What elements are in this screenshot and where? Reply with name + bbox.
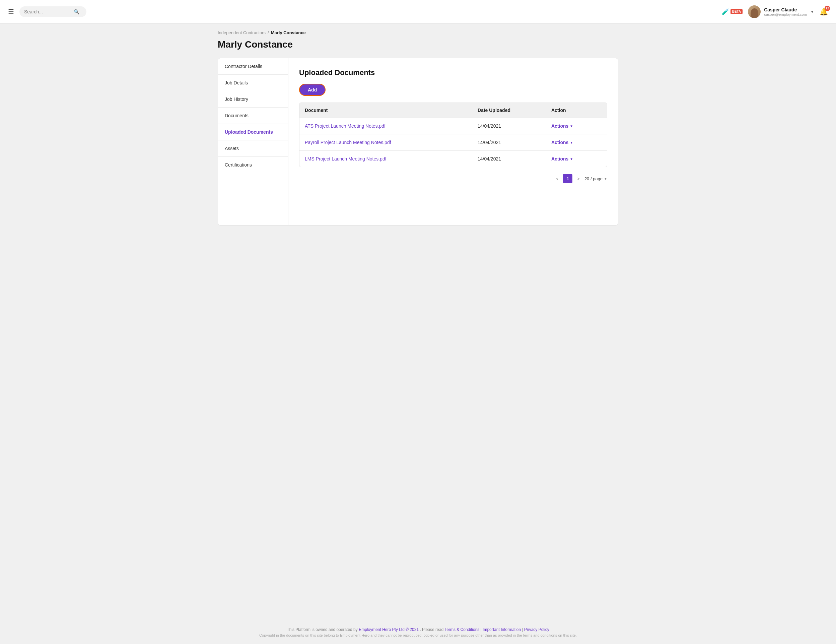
action-button[interactable]: Actions▼: [551, 156, 602, 162]
col-document: Document: [305, 108, 478, 113]
current-page[interactable]: 1: [563, 174, 572, 183]
beaker-icon: 🧪: [722, 8, 729, 15]
table-row: LMS Project Launch Meeting Notes.pdf14/0…: [299, 150, 607, 167]
avatar: [748, 5, 761, 18]
sidebar-item-job-history[interactable]: Job History: [218, 91, 288, 108]
per-page-selector[interactable]: 20 / page ▼: [585, 176, 607, 181]
hamburger-icon[interactable]: ☰: [8, 8, 14, 15]
action-button[interactable]: Actions▼: [551, 123, 602, 129]
document-date: 14/04/2021: [478, 123, 551, 129]
action-label: Actions: [551, 140, 568, 145]
breadcrumb-parent[interactable]: Independent Contractors: [218, 30, 266, 35]
breadcrumb-separator: /: [268, 30, 269, 35]
pagination: < 1 > 20 / page ▼: [299, 174, 607, 183]
user-name: Casper Claude: [764, 7, 807, 12]
dropdown-arrow-icon: ▼: [570, 141, 573, 144]
notification-badge: 12: [825, 6, 830, 11]
footer-privacy-link[interactable]: Privacy Policy: [524, 627, 549, 632]
search-bar[interactable]: 🔍: [20, 7, 87, 17]
col-action: Action: [551, 108, 602, 113]
sidebar-item-documents[interactable]: Documents: [218, 108, 288, 124]
user-info: Casper Claude casper@employment.com: [764, 7, 807, 16]
sidebar-item-uploaded-documents[interactable]: Uploaded Documents: [218, 124, 288, 141]
sidebar-item-certifications[interactable]: Certifications: [218, 157, 288, 173]
header-right: 🧪 BETA Casper Claude casper@employment.c…: [722, 5, 828, 18]
action-label: Actions: [551, 156, 568, 162]
beta-tag: BETA: [730, 9, 743, 14]
action-label: Actions: [551, 123, 568, 129]
beta-badge: 🧪 BETA: [722, 8, 743, 15]
search-input[interactable]: [24, 9, 71, 15]
search-icon: 🔍: [73, 9, 79, 15]
table-header: Document Date Uploaded Action: [299, 103, 607, 118]
breadcrumb-current: Marly Constance: [271, 30, 306, 35]
footer: This Platform is owned and operated by E…: [0, 621, 836, 644]
next-page-button[interactable]: >: [575, 175, 582, 183]
sidebar-tabs: Contractor DetailsJob DetailsJob History…: [218, 58, 288, 225]
user-email: casper@employment.com: [764, 12, 807, 16]
user-area[interactable]: Casper Claude casper@employment.com ▼: [748, 5, 814, 18]
document-link[interactable]: ATS Project Launch Meeting Notes.pdf: [305, 123, 478, 129]
action-button[interactable]: Actions▼: [551, 140, 602, 145]
dropdown-arrow-icon: ▼: [570, 157, 573, 161]
chevron-down-icon: ▼: [810, 10, 814, 14]
sidebar-item-contractor-details[interactable]: Contractor Details: [218, 58, 288, 75]
notification-bell[interactable]: 🔔 12: [820, 8, 828, 16]
panel-title: Uploaded Documents: [299, 69, 607, 77]
content-layout: Contractor DetailsJob DetailsJob History…: [218, 58, 618, 226]
main-wrapper: Independent Contractors / Marly Constanc…: [207, 23, 629, 621]
table-row: ATS Project Launch Meeting Notes.pdf14/0…: [299, 118, 607, 134]
footer-info-link[interactable]: Important Information: [483, 627, 521, 632]
breadcrumb: Independent Contractors / Marly Constanc…: [218, 30, 618, 35]
col-date: Date Uploaded: [478, 108, 551, 113]
footer-terms-link[interactable]: Terms & Conditions: [444, 627, 479, 632]
page-title: Marly Constance: [218, 39, 618, 50]
documents-table: Document Date Uploaded Action ATS Projec…: [299, 103, 607, 167]
add-button[interactable]: Add: [299, 84, 325, 96]
per-page-label: 20 / page: [585, 176, 603, 181]
dropdown-arrow-icon: ▼: [570, 124, 573, 128]
per-page-arrow-icon: ▼: [604, 177, 607, 181]
document-link[interactable]: Payroll Project Launch Meeting Notes.pdf: [305, 140, 478, 145]
footer-text-prefix: This Platform is owned and operated by: [287, 627, 358, 632]
sidebar-item-assets[interactable]: Assets: [218, 141, 288, 157]
footer-copyright: Copyright in the documents on this site …: [11, 633, 825, 637]
document-date: 14/04/2021: [478, 156, 551, 162]
document-link[interactable]: LMS Project Launch Meeting Notes.pdf: [305, 156, 478, 162]
document-date: 14/04/2021: [478, 140, 551, 145]
header: ☰ 🔍 🧪 BETA Casper Claude casper@employme…: [0, 0, 836, 23]
table-row: Payroll Project Launch Meeting Notes.pdf…: [299, 134, 607, 150]
main-panel: Uploaded Documents Add Document Date Upl…: [288, 58, 618, 225]
footer-platform-text: This Platform is owned and operated by E…: [11, 627, 825, 632]
prev-page-button[interactable]: <: [554, 175, 561, 183]
footer-company-link[interactable]: Employment Hero Pty Ltd © 2021: [359, 627, 419, 632]
sidebar-item-job-details[interactable]: Job Details: [218, 75, 288, 91]
footer-read-text: . Please read: [420, 627, 443, 632]
